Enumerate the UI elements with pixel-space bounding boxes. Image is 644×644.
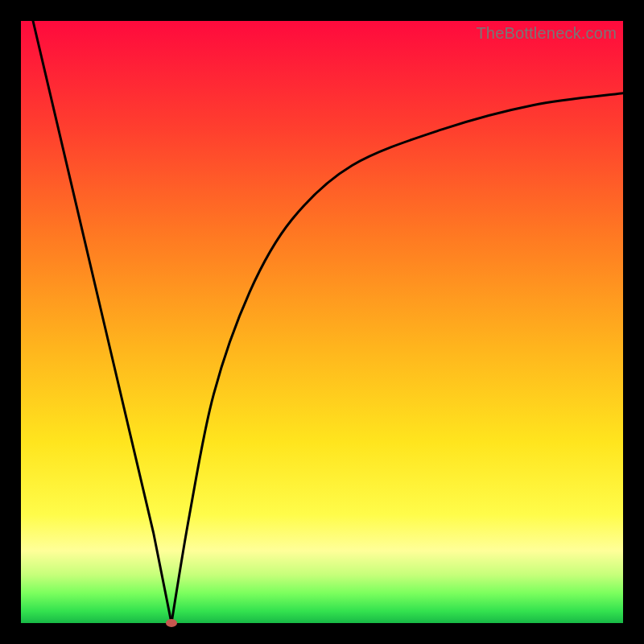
- optimal-point-marker: [166, 619, 177, 627]
- curve-left-branch: [33, 21, 171, 623]
- chart-frame: TheBottleneck.com: [0, 0, 644, 644]
- bottleneck-curve: [21, 21, 623, 623]
- chart-plot-area: TheBottleneck.com: [21, 21, 623, 623]
- curve-right-branch: [171, 93, 623, 623]
